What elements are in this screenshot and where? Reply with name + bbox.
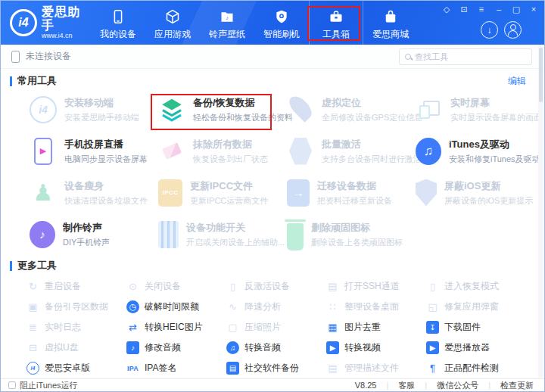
mtool-social-backup[interactable]: ▤社交软件备份: [219, 358, 319, 378]
tool-search[interactable]: [399, 48, 532, 65]
section-accent-bar: [10, 261, 12, 271]
mtool-manage-profiles[interactable]: ▤管理描述文件: [319, 358, 419, 378]
tool-live-screen[interactable]: 实时屏幕实时显示设备屏幕的画面: [396, 89, 525, 130]
tool-batch-activate[interactable]: 批量激活支持多台设备同时进行激活: [267, 130, 396, 172]
mtool-ipa-sign[interactable]: IPAIPA签名: [119, 358, 219, 378]
maximize-icon[interactable]: ▢: [512, 5, 521, 14]
mtool-restart-device[interactable]: ↻重启设备: [19, 276, 119, 297]
mtool-organize-homescreen[interactable]: ∷整理设备桌面: [319, 297, 419, 317]
tool-device-switches[interactable]: 设备功能开关开启或关闭设备上的辅助...: [139, 213, 267, 255]
gift-icon[interactable]: ⊡: [459, 5, 469, 14]
user-account-icon[interactable]: [504, 21, 522, 39]
mtool-backup-boot-data[interactable]: ▣备份引导区数据: [19, 297, 119, 317]
tool-virtual-location[interactable]: 虚拟定位全局修改设备GPS定位信息: [267, 89, 396, 130]
mtool-label: 管理描述文件: [344, 362, 399, 375]
tool-install-mobile[interactable]: i4 安装移动端安装爱思助手移动端: [10, 89, 139, 130]
nav-my-device[interactable]: 我的设备: [91, 1, 145, 45]
mtool-throttle-analysis[interactable]: ∿降速分析: [219, 297, 319, 317]
tool-itunes-driver[interactable]: ♫ iTunes及驱动安装和修复iTunes及驱动: [396, 130, 525, 172]
mtool-download-firmware[interactable]: ↧下载固件: [419, 317, 519, 338]
tool-remove-stuck-icons[interactable]: 删除顽固图标删除设备上各类顽固图标: [267, 213, 396, 255]
nav-toolbox[interactable]: 工具箱: [309, 1, 363, 45]
nav-apps-games[interactable]: 应用游戏: [145, 1, 200, 45]
download-icon[interactable]: ↓: [481, 21, 498, 39]
mtool-i4-player[interactable]: ▶爱思播放器: [419, 338, 519, 358]
mtool-label: 社交软件备份: [244, 362, 299, 375]
convert-icon: ⇄: [126, 321, 139, 334]
mtool-label: 转换视频: [344, 341, 381, 354]
nav-ringtones-wallpapers[interactable]: ♪ 铃声壁纸: [200, 1, 254, 45]
minimize-icon[interactable]: –: [494, 5, 503, 14]
tool-update-ipcc[interactable]: IPCC 更新IPCC文件更新IPCC运营商文件: [139, 172, 267, 213]
mtool-label: IPA签名: [145, 362, 176, 375]
mtool-label: 实时日志: [45, 321, 81, 334]
tool-subtitle: 安装爱思助手移动端: [64, 112, 139, 123]
scrollbar[interactable]: [538, 45, 543, 378]
support-link[interactable]: 客服: [398, 380, 415, 391]
ringtone-note-icon: ♪: [30, 221, 55, 248]
mtool-virtual-usb[interactable]: ⊟虚拟U盘: [19, 338, 119, 358]
mtool-accessory-check[interactable]: ¶正品配件检测: [419, 358, 519, 378]
menu-icon[interactable]: ≡: [477, 5, 486, 14]
tool-block-ios-update[interactable]: 屏蔽iOS更新屏蔽设备的iOS更新提示: [396, 172, 525, 213]
app-window: i4 爱思助手 www.i4.cn 我的设备 应用游戏 ♪: [0, 0, 545, 392]
tool-screen-mirroring[interactable]: ▶ 手机投屏直播电脑同步显示设备屏幕: [10, 130, 139, 172]
ipa-icon: IPA: [126, 362, 139, 375]
mtool-compress-photos[interactable]: ▢压缩照片: [219, 317, 319, 338]
i4-logo-icon: i4: [10, 9, 37, 36]
mtool-i4-android[interactable]: i4爱思安卓版: [19, 358, 119, 378]
close-icon[interactable]: ×: [529, 5, 538, 14]
phone-icon: ▯: [226, 280, 239, 293]
nav-store[interactable]: 爱思商城: [363, 1, 418, 45]
mtool-label: 正品配件检测: [444, 362, 499, 375]
trash-icon: [287, 223, 304, 250]
photo-icon: ▢: [226, 321, 239, 334]
scrollbar-thumb[interactable]: [539, 48, 543, 102]
mtool-label: 压缩照片: [244, 321, 281, 334]
svg-text:♪: ♪: [226, 14, 229, 21]
nav-label: 铃声壁纸: [209, 28, 245, 41]
sliders-icon: [158, 221, 179, 248]
mtool-dedupe-images[interactable]: ▦图片去重: [319, 317, 419, 338]
video-icon: ▶: [326, 341, 339, 354]
separator: |: [425, 381, 427, 390]
mtool-deactivate-device[interactable]: ▯反激活设备: [219, 276, 319, 297]
search-input[interactable]: [415, 52, 526, 61]
tool-make-ringtone[interactable]: ♪ 制作铃声DIY手机铃声: [10, 213, 139, 255]
mtool-convert-video[interactable]: ▶转换视频: [319, 338, 419, 358]
app-logo[interactable]: i4 爱思助手 www.i4.cn: [1, 1, 91, 45]
player-icon: ▶: [426, 341, 439, 354]
mtool-convert-heic[interactable]: ⇄转换HEIC图片: [119, 317, 219, 338]
mtool-open-ssh[interactable]: ▤打开SSH通道: [319, 276, 419, 297]
mtool-label: 转换音频: [244, 341, 281, 354]
wechat-link[interactable]: 微信公众号: [437, 380, 478, 391]
mtool-crack-screen-time[interactable]: ◷破解时间限额: [119, 297, 219, 317]
nav-smart-flash[interactable]: 智能刷机: [254, 1, 309, 45]
version-label: V8.25: [355, 381, 377, 390]
separator: |: [386, 381, 388, 390]
mtool-label: 关闭设备: [145, 280, 181, 293]
theme-icon[interactable]: ◇: [442, 5, 451, 14]
mtool-recovery-mode[interactable]: ▯进入恢复模式: [419, 276, 519, 297]
mtool-fix-app-popup[interactable]: ◱修复应用弹窗: [419, 297, 519, 317]
mtool-label: 整理设备桌面: [344, 300, 399, 313]
tool-erase-all-data[interactable]: 抹除所有数据恢复设备到出厂状态: [139, 130, 267, 172]
mtool-convert-audio[interactable]: ♫转换音频: [219, 338, 319, 358]
grid-icon: ∷: [326, 300, 339, 313]
mtool-edit-audio[interactable]: ♪修改音频: [119, 338, 219, 358]
check-update-link[interactable]: 检查更新: [500, 380, 534, 391]
tool-title: 删除顽固图标: [311, 221, 403, 235]
mtool-shutdown-device[interactable]: ⊙关闭设备: [119, 276, 219, 297]
edit-link[interactable]: 编辑: [508, 75, 526, 88]
section-title-more-tools: 更多工具: [17, 259, 57, 272]
tool-migrate-data[interactable]: → 迁移设备数据把资料迁移至新设备: [267, 172, 396, 213]
separator: |: [488, 381, 490, 390]
tool-backup-restore[interactable]: 备份/恢复数据轻松备份和恢复设备的资料: [139, 89, 267, 130]
toolbox-icon: [329, 8, 344, 26]
power-icon: ⊙: [126, 280, 139, 293]
block-itunes-checkbox[interactable]: [8, 381, 16, 389]
mtool-live-log[interactable]: ≣实时日志: [19, 317, 119, 338]
tool-device-slim[interactable]: ♟ 设备瘦身快速清理设备垃圾文件: [10, 172, 139, 213]
i4-android-icon: i4: [26, 362, 39, 375]
empty-cell: [396, 213, 525, 255]
